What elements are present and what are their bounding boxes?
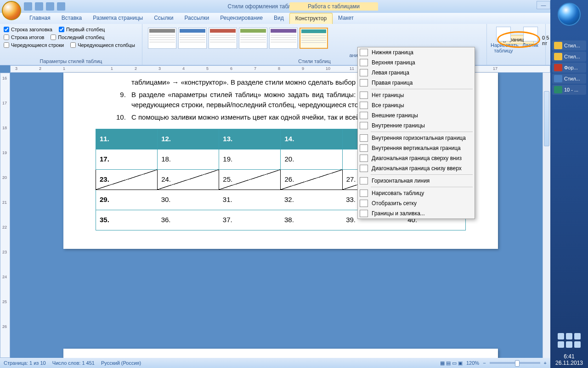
style-thumb-selected[interactable] [300,28,328,49]
table-cell[interactable]: 31. [219,190,281,210]
borders-dropdown: Нижняя границаВерхняя границаЛевая грани… [357,47,475,219]
border-type-icon [360,155,368,162]
border-menu-item[interactable]: Нарисовать таблицу [358,188,475,198]
minimize-button[interactable]: — [537,1,550,9]
table-cell[interactable]: 19. [219,150,281,170]
table-cell[interactable]: 17. [96,150,158,170]
taskbar-item[interactable]: Стил... [552,52,586,62]
chk-banded-rows[interactable]: Чередующиеся строки [4,42,64,48]
border-type-icon [360,165,368,172]
style-thumb[interactable] [178,28,207,49]
tab-pagelayout[interactable]: Разметка страницы [87,13,148,24]
tab-references[interactable]: Ссылки [148,13,179,24]
status-bar: Страница: 1 из 10 Число слов: 1 451 Русс… [0,358,550,368]
border-menu-item[interactable]: Правая граница [358,78,475,88]
table-cell[interactable]: 32. [281,190,342,210]
draw-table-button[interactable]: Нарисовать таблицу [491,27,516,53]
table-cell[interactable]: 18. [158,150,219,170]
border-menu-item[interactable]: Горизонтальная линия [358,176,475,186]
border-menu-item[interactable]: Нет границы [358,90,475,100]
border-menu-item[interactable]: Диагональная граница сверху вниз [358,153,475,163]
style-thumb[interactable] [209,28,237,49]
tab-review[interactable]: Рецензирование [215,13,268,24]
border-menu-item[interactable]: Левая граница [358,68,475,78]
style-thumb[interactable] [269,28,298,49]
border-type-icon [360,112,368,119]
vertical-ruler[interactable]: 1617181920212223242526 [0,73,10,358]
quick-access-toolbar[interactable] [24,2,65,11]
status-page[interactable]: Страница: 1 из 10 [4,360,46,366]
table-cell[interactable]: 20. [281,150,342,170]
pencil-icon [496,27,511,41]
border-menu-item[interactable]: Верхняя граница [358,58,475,68]
zoom-slider[interactable] [490,362,540,364]
table-cell[interactable]: 29. [96,190,158,210]
tab-mailings[interactable]: Рассылки [179,13,215,24]
border-type-icon [360,177,368,184]
tab-view[interactable]: Вид [268,13,289,24]
chk-banded-cols[interactable]: Чередующиеся столбцы [70,42,135,48]
chk-last-col[interactable]: Последний столбец [51,34,104,40]
chk-first-col[interactable]: Первый столбец [59,27,105,32]
taskbar-item[interactable]: Стил... [552,74,586,84]
table-cell[interactable]: 36. [158,210,219,230]
table-cell[interactable]: 30. [158,190,219,210]
zoom-value[interactable]: 120% [466,360,479,366]
border-menu-item[interactable]: Внутренняя вертикальная граница [358,143,475,153]
scroll-thumb[interactable] [544,91,549,146]
view-buttons[interactable]: ▦ ▤ ▭ ▣ [440,360,463,366]
table-cell[interactable]: 26. [281,170,342,190]
table-cell[interactable]: 37. [219,210,281,230]
chk-total-row[interactable]: Строка итогов [4,34,44,40]
border-type-icon [360,134,368,142]
border-type-icon [360,200,368,207]
windows-taskbar: Стил... Стил... Фор... Стил... 10 - ... … [550,0,588,368]
clock[interactable]: 6:4126.11.2013 [550,353,588,366]
border-type-icon [360,92,368,99]
table-cell[interactable]: 35. [96,210,158,230]
table-cell[interactable]: 38. [281,210,342,230]
border-type-icon [360,210,368,217]
border-menu-item[interactable]: Все границы [358,100,475,110]
tab-insert[interactable]: Вставка [56,13,88,24]
border-menu-item[interactable]: Внешние границы [358,110,475,121]
taskbar-item[interactable]: 10 - ... [552,85,586,95]
border-menu-item[interactable]: Диагональная граница снизу вверх [358,163,475,173]
table-cell[interactable]: 23. [96,170,158,190]
border-type-icon [360,122,368,129]
border-type-icon [360,144,368,152]
title-bar: Стили оформления таблиц в ворде - Micros… [0,0,588,13]
tab-layout[interactable]: Макет [333,13,359,24]
style-thumb[interactable] [148,28,176,49]
taskbar-item[interactable]: Стил... [552,40,586,51]
border-type-icon [360,59,368,66]
border-menu-item[interactable]: Нижняя граница [358,47,475,58]
eraser-button[interactable]: Ластик [519,27,542,53]
table-cell[interactable]: 14. [281,129,342,150]
border-menu-item[interactable]: Внутренние границы [358,121,475,131]
table-cell[interactable]: 12. [158,129,219,150]
tab-home[interactable]: Главная [24,13,56,24]
border-menu-item[interactable]: Границы и заливка... [358,208,475,218]
border-type-icon [360,49,368,56]
table-cell[interactable]: 13. [219,129,281,150]
chk-header-row[interactable]: Строка заголовка [4,27,52,32]
eraser-icon [523,27,538,41]
office-button[interactable] [2,1,21,20]
system-tray[interactable] [550,333,588,348]
border-type-icon [360,190,368,197]
taskbar-item[interactable]: Фор... [552,63,586,73]
tab-design[interactable]: Конструктор [289,13,333,24]
border-menu-item[interactable]: Внутренняя горизонтальная граница [358,133,475,143]
table-cell[interactable]: 24. [158,170,219,190]
ribbon-body: Строка заголовка Первый столбец Строка и… [0,24,588,65]
vertical-scrollbar[interactable] [543,73,550,358]
border-menu-item[interactable]: Отобразить сетку [358,198,475,208]
table-cell[interactable]: 25. [219,170,281,190]
start-button[interactable] [558,3,581,26]
style-thumb[interactable] [239,28,267,49]
border-type-icon [360,69,368,76]
status-words[interactable]: Число слов: 1 451 [52,360,95,366]
table-cell[interactable]: 11. [96,129,158,150]
status-lang[interactable]: Русский (Россия) [101,360,141,366]
